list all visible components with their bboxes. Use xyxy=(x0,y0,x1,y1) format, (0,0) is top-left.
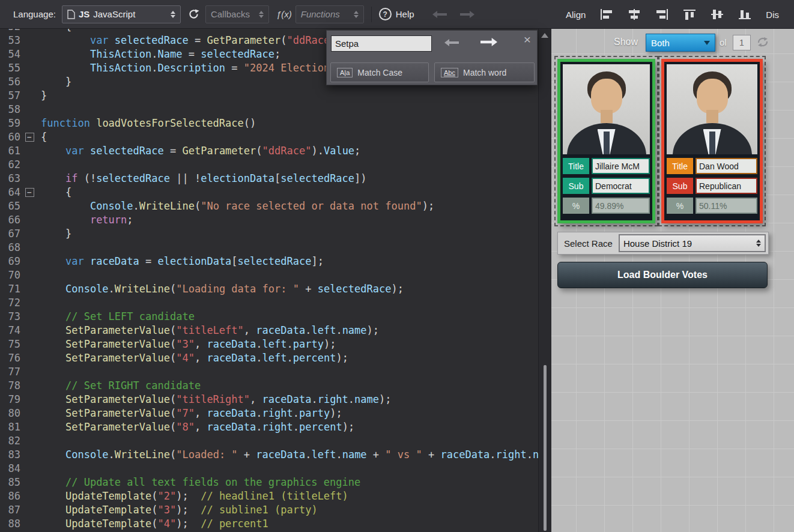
functions-dropdown[interactable]: Functions xyxy=(295,5,364,23)
align-bottom-icon[interactable] xyxy=(738,9,751,20)
code-line[interactable]: 77 xyxy=(0,365,538,379)
title-input[interactable]: Dan Wood xyxy=(696,158,757,174)
help-button[interactable]: ? Help xyxy=(379,8,414,20)
sub-input[interactable]: Republican xyxy=(696,178,757,194)
find-next-icon[interactable] xyxy=(480,38,497,46)
partial-label: ol xyxy=(720,37,727,47)
sub-input[interactable]: Democrat xyxy=(592,178,650,194)
counter-field[interactable]: 1 xyxy=(733,35,751,50)
fold-marker[interactable]: − xyxy=(25,188,34,197)
match-case-button[interactable]: A|a Match Case xyxy=(330,62,429,82)
code-line[interactable]: 74 SetParameterValue("titleLeft", raceDa… xyxy=(0,324,538,337)
align-middle-vertical-icon[interactable] xyxy=(711,9,724,20)
code-line[interactable]: 86 UpdateTemplate("2"); // headline1 (ti… xyxy=(0,489,538,503)
load-votes-button[interactable]: Load Boulder Votes xyxy=(557,262,768,288)
toolbar-separator xyxy=(371,7,372,22)
show-dropdown[interactable]: Both xyxy=(646,34,715,52)
code-line[interactable]: 87 UpdateTemplate("3"); // subline1 (par… xyxy=(0,503,538,517)
line-number: 79 xyxy=(0,393,20,407)
find-previous-icon[interactable] xyxy=(444,39,459,46)
scroll-up-icon[interactable] xyxy=(541,33,548,38)
code-line[interactable]: 73 // Set LEFT candidate xyxy=(0,310,538,324)
line-number: 53 xyxy=(0,34,20,47)
select-race-label: Select Race xyxy=(558,238,619,249)
align-left-icon[interactable] xyxy=(600,9,613,20)
match-word-button[interactable]: Abc Match word xyxy=(434,62,535,82)
line-number: 72 xyxy=(0,296,20,310)
percent-input[interactable]: 49.89% xyxy=(592,198,650,214)
code-line[interactable]: 63 if (!selectedRace || !electionData[se… xyxy=(0,172,538,186)
functions-icon: ƒ(x) xyxy=(276,9,292,19)
code-line[interactable]: 82 xyxy=(0,434,538,448)
race-dropdown[interactable]: House District 19 xyxy=(619,234,766,252)
callbacks-dropdown[interactable]: Callbacks xyxy=(205,5,269,23)
align-top-icon[interactable] xyxy=(683,9,696,20)
code-line[interactable]: 67 } xyxy=(0,227,538,241)
code-line[interactable]: 70 xyxy=(0,268,538,282)
code-line[interactable]: 62 xyxy=(0,158,538,172)
code-line[interactable]: 57} xyxy=(0,89,538,103)
candidate-card-left[interactable]: Title Jillaire McM Sub Democrat % 49.89% xyxy=(557,59,655,223)
line-number: 59 xyxy=(0,116,20,130)
code-line[interactable]: 83 Console.WriteLine("Loaded: " + raceDa… xyxy=(0,448,538,462)
align-center-horizontal-icon[interactable] xyxy=(628,9,641,20)
navigate-back-icon[interactable] xyxy=(432,11,447,18)
code-line[interactable]: 61 var selectedRace = GetParameter("ddRa… xyxy=(0,144,538,158)
code-line[interactable]: 78 // Set RIGHT candidate xyxy=(0,379,538,393)
language-label: Language: xyxy=(13,9,56,19)
line-number: 81 xyxy=(0,420,20,434)
candidate-card-right[interactable]: Title Dan Wood Sub Republican % 50.11% xyxy=(661,59,763,223)
code-lines: 52 {53 var selectedRace = GetParameter("… xyxy=(0,29,538,531)
design-canvas[interactable]: Show Both ol 1 Title Jillaire McM Su xyxy=(551,29,794,532)
line-number: 82 xyxy=(0,434,20,448)
rotate-icon[interactable] xyxy=(756,35,770,49)
match-case-label: Match Case xyxy=(357,68,402,77)
chevron-updown-icon xyxy=(354,11,359,18)
title-field-label: Title xyxy=(563,158,589,174)
code-line[interactable]: 59function loadVotesForSelectedRace() xyxy=(0,116,538,130)
code-line[interactable]: 75 SetParameterValue("3", raceData.left.… xyxy=(0,337,538,351)
line-number: 80 xyxy=(0,407,20,420)
functions-dropdown-value: Functions xyxy=(301,9,340,19)
line-number: 55 xyxy=(0,61,20,75)
code-line[interactable]: 66 return; xyxy=(0,213,538,227)
code-line[interactable]: 64− { xyxy=(0,186,538,199)
code-line[interactable]: 68 xyxy=(0,241,538,255)
code-line[interactable]: 80 SetParameterValue("7", raceData.right… xyxy=(0,407,538,420)
fold-marker[interactable]: − xyxy=(25,133,34,142)
line-number: 83 xyxy=(0,448,20,462)
code-line[interactable]: 85 // Update all text fields on the grap… xyxy=(0,476,538,489)
code-line[interactable]: 84 xyxy=(0,462,538,476)
code-line[interactable]: 79 SetParameterValue("titleRight", raceD… xyxy=(0,393,538,407)
align-right-icon[interactable] xyxy=(655,9,668,20)
percent-input[interactable]: 50.11% xyxy=(696,198,757,214)
code-line[interactable]: 72 xyxy=(0,296,538,310)
language-dropdown[interactable]: JS JavaScript xyxy=(62,5,181,23)
line-number: 58 xyxy=(0,103,20,116)
code-editor[interactable]: 52 {53 var selectedRace = GetParameter("… xyxy=(0,29,539,532)
code-line[interactable]: 65 Console.WriteLine("No race selected o… xyxy=(0,199,538,213)
code-line[interactable]: 71 Console.WriteLine("Loading data for: … xyxy=(0,282,538,296)
title-input[interactable]: Jillaire McM xyxy=(592,158,650,174)
editor-scrollbar[interactable] xyxy=(539,29,551,532)
code-line[interactable]: 58 xyxy=(0,103,538,116)
line-number: 68 xyxy=(0,241,20,255)
code-line[interactable]: 88 UpdateTemplate("4"); // percent1 xyxy=(0,517,538,531)
code-line[interactable]: 60−{ xyxy=(0,130,538,144)
line-number: 85 xyxy=(0,476,20,489)
code-line[interactable]: 76 SetParameterValue("4", raceData.left.… xyxy=(0,351,538,365)
scrollbar-thumb[interactable] xyxy=(544,365,547,531)
navigate-forward-icon[interactable] xyxy=(460,11,474,18)
refresh-button[interactable] xyxy=(188,8,199,20)
code-line[interactable]: 81 SetParameterValue("8", raceData.right… xyxy=(0,420,538,434)
search-input[interactable] xyxy=(331,35,432,52)
line-number: 74 xyxy=(0,324,20,337)
sub-field-label: Sub xyxy=(667,178,693,194)
code-line[interactable]: 69 var raceData = electionData[selectedR… xyxy=(0,255,538,268)
title-field-label: Title xyxy=(667,158,693,174)
app-window: Language: JS JavaScript Callbacks ƒ(x) F… xyxy=(0,0,794,532)
show-dropdown-value: Both xyxy=(651,38,670,48)
match-word-label: Match word xyxy=(463,68,506,77)
line-number: 73 xyxy=(0,310,20,324)
close-icon[interactable]: × xyxy=(524,33,531,46)
